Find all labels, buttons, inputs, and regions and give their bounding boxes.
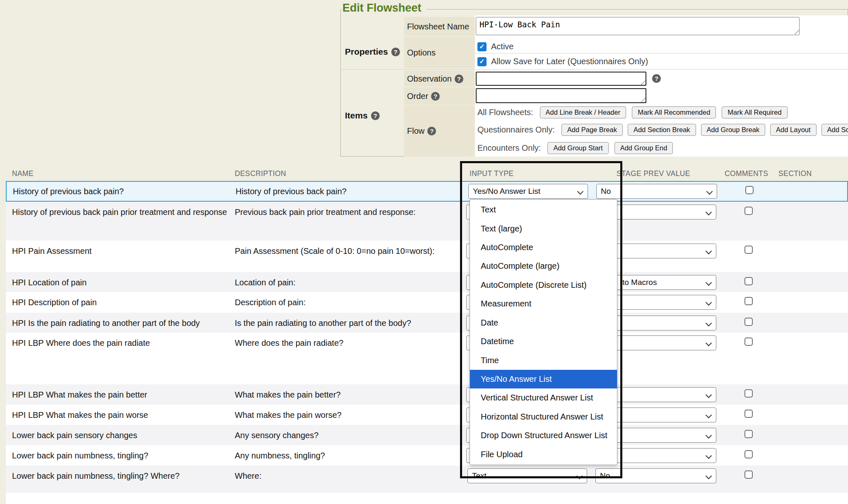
table-row[interactable]: HPI LBP What makes the pain worse What m… xyxy=(6,405,848,425)
all-flowsheets-label: All Flowsheets xyxy=(477,108,531,117)
colon: : xyxy=(552,125,555,134)
help-icon[interactable]: ? xyxy=(455,75,463,83)
flow-action-button[interactable]: Add Group Break xyxy=(701,124,766,136)
observation-input[interactable] xyxy=(476,72,646,86)
help-icon[interactable]: ? xyxy=(652,74,661,83)
flow-action-button[interactable]: Add Scriptlet xyxy=(822,124,848,136)
dropdown-option[interactable]: File Upload xyxy=(470,445,617,463)
help-icon[interactable]: ? xyxy=(371,111,380,120)
items-label-text: Items xyxy=(345,111,368,121)
comments-checkbox[interactable] xyxy=(744,389,753,398)
dropdown-option[interactable]: Horizontal Structured Answer List xyxy=(470,408,617,426)
table-body: History of previous back pain? History o… xyxy=(6,181,848,504)
order-input[interactable] xyxy=(476,88,646,103)
dropdown-option[interactable]: AutoComplete (large) xyxy=(470,257,617,275)
panel-title: Edit Flowsheet xyxy=(342,2,426,14)
order-label-cell: Order ? xyxy=(404,87,475,105)
input-type-select[interactable]: Text xyxy=(467,468,587,483)
flow-action-button[interactable]: Mark All Required xyxy=(722,106,787,118)
flowsheet-items-table: NAMEDESCRIPTIONINPUT TYPESTAGE PREV VALU… xyxy=(6,166,848,504)
questionnaires-only-label: Questionnaires Only xyxy=(477,125,552,134)
active-checkbox[interactable]: ✓ xyxy=(477,42,487,51)
help-icon[interactable]: ? xyxy=(431,92,440,101)
comments-checkbox[interactable] xyxy=(744,430,753,438)
comments-checkbox[interactable] xyxy=(744,318,753,326)
allow-save-checkbox[interactable]: ✓ xyxy=(477,57,487,66)
table-row[interactable]: HPI Is the pain radiating to another par… xyxy=(6,313,848,333)
option-allow-save: ✓ Allow Save for Later (Questionnaires O… xyxy=(477,57,648,66)
flow-action-button[interactable]: Add Page Break xyxy=(561,124,623,136)
group-divider xyxy=(341,69,848,70)
option-active: ✓ Active xyxy=(477,42,513,51)
table-row[interactable]: HPI LBP What makes the pain better What … xyxy=(6,384,848,405)
table-row[interactable]: Lower back pain sensory changes Any sens… xyxy=(6,425,848,445)
item-name: HPI LBP What makes the pain worse xyxy=(12,410,231,421)
input-type-value: Text xyxy=(472,471,487,480)
dropdown-option[interactable]: Date xyxy=(470,313,617,332)
flow-action-button[interactable]: Add Section Break xyxy=(628,124,696,136)
flow-action-button[interactable]: Add Layout xyxy=(770,124,816,136)
stage-prev-value-select[interactable]: No xyxy=(596,184,717,199)
dropdown-option[interactable]: Time xyxy=(470,351,617,369)
chevron-down-icon xyxy=(706,412,712,419)
dropdown-option[interactable]: Drop Down Structured Answer List xyxy=(470,426,617,445)
column-header: SECTION xyxy=(778,169,812,178)
item-name: HPI LBP What makes the pain better xyxy=(12,389,231,400)
comments-checkbox[interactable] xyxy=(744,470,753,479)
table-header-row: NAMEDESCRIPTIONINPUT TYPESTAGE PREV VALU… xyxy=(6,166,848,181)
chevron-down-icon xyxy=(706,432,712,439)
item-name: Lower back pain numbness, tingling? Wher… xyxy=(12,470,231,482)
help-icon[interactable]: ? xyxy=(427,127,436,135)
comments-checkbox[interactable] xyxy=(745,186,754,194)
table-row[interactable]: HPI Location of pain Location of pain: t… xyxy=(6,272,848,292)
table-row[interactable]: HPI Description of pain Description of p… xyxy=(6,292,848,313)
column-header: NAME xyxy=(12,169,34,178)
dropdown-option[interactable]: Text xyxy=(470,200,617,219)
comments-checkbox[interactable] xyxy=(744,277,753,285)
edit-flowsheet-panel: Edit Flowsheet Properties ? Items ? Flow… xyxy=(340,9,848,157)
table-row[interactable]: HPI LBP Where does the pain radiate Wher… xyxy=(6,333,848,384)
dropdown-option[interactable]: AutoComplete xyxy=(470,238,617,257)
options-label-cell: Options xyxy=(404,37,475,68)
column-header: COMMENTS xyxy=(725,169,768,178)
comments-checkbox[interactable] xyxy=(744,410,753,418)
dropdown-option[interactable]: Measurement xyxy=(470,294,617,313)
flow-action-button[interactable]: Add Group End xyxy=(614,142,673,154)
item-description: Pain Assessment (Scale of 0-10: 0=no pai… xyxy=(235,246,442,257)
table-row[interactable]: Lower back pain numbness, tingling? Any … xyxy=(6,445,848,465)
item-name: HPI Pain Assessment xyxy=(12,246,231,257)
dropdown-option[interactable]: Datetime xyxy=(470,332,617,351)
properties-group-label: Properties ? xyxy=(345,47,400,57)
questionnaires-buttons: Add Page BreakAdd Section BreakAdd Group… xyxy=(561,124,848,136)
chevron-down-icon xyxy=(706,248,712,255)
comments-checkbox[interactable] xyxy=(744,246,753,254)
dropdown-option[interactable]: Yes/No Answer List xyxy=(470,370,617,388)
stage-prev-value-select[interactable]: No xyxy=(595,468,716,483)
table-row[interactable]: Lower back pain numbness, tingling? Wher… xyxy=(6,465,848,493)
flow-action-button[interactable]: Add Group Start xyxy=(547,142,608,154)
flow-action-button[interactable]: Add Line Break / Header xyxy=(540,106,626,118)
observation-label-cell: Observation ? xyxy=(404,71,475,87)
encounters-buttons: Add Group StartAdd Group End xyxy=(547,142,673,154)
comments-checkbox[interactable] xyxy=(744,207,753,215)
item-description: Where: xyxy=(235,470,442,482)
comments-checkbox[interactable] xyxy=(744,450,753,458)
comments-checkbox[interactable] xyxy=(744,297,753,305)
dropdown-option[interactable]: Text (large) xyxy=(470,219,617,238)
chevron-down-icon xyxy=(577,188,584,195)
comments-checkbox[interactable] xyxy=(744,338,753,346)
dropdown-option[interactable]: Vertical Structured Answer List xyxy=(470,388,617,407)
item-name: History of previous back pain prior trea… xyxy=(12,207,231,218)
order-label: Order xyxy=(407,92,428,101)
chevron-down-icon xyxy=(706,209,712,216)
table-row[interactable]: HPI Pain Assessment Pain Assessment (Sca… xyxy=(6,241,848,272)
flowsheet-name-input[interactable]: HPI-Low Back Pain xyxy=(476,17,800,35)
dropdown-option[interactable]: AutoComplete (Discrete List) xyxy=(470,276,617,294)
input-type-value: Yes/No Answer List xyxy=(473,187,540,196)
input-type-select[interactable]: Yes/No Answer List xyxy=(468,184,588,199)
flow-action-button[interactable]: Mark All Recommended xyxy=(632,106,716,118)
table-row[interactable]: History of previous back pain? History o… xyxy=(6,181,848,202)
table-row[interactable]: History of previous back pain prior trea… xyxy=(6,202,848,241)
help-icon[interactable]: ? xyxy=(391,48,400,56)
chevron-down-icon xyxy=(706,280,712,286)
